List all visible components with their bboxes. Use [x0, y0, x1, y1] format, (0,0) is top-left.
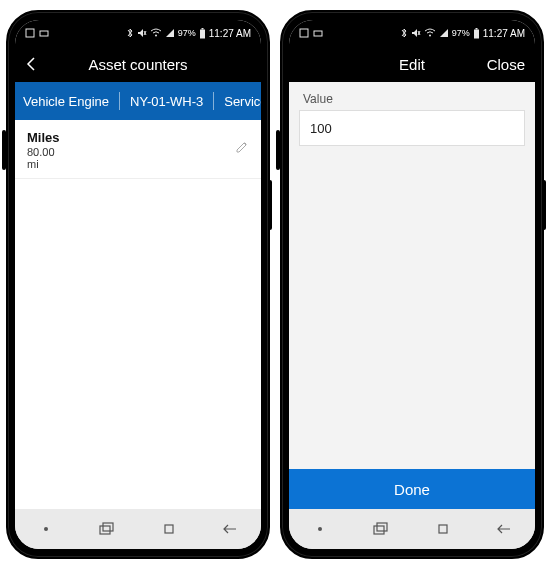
close-button[interactable]: Close: [487, 56, 525, 73]
form-area: Value 100: [289, 82, 535, 469]
nav-notif-dot: [318, 527, 322, 531]
mute-icon: [411, 28, 421, 38]
android-soft-nav: [289, 509, 535, 549]
svg-rect-17: [374, 526, 384, 534]
breadcrumb: Vehicle Engine NY-01-WH-3 Service: [15, 82, 261, 120]
bluetooth-icon: [126, 28, 134, 38]
counter-value: 80.00: [27, 146, 249, 158]
value-input-text: 100: [310, 121, 332, 136]
content-area: Miles 80.00 mi: [15, 120, 261, 509]
page-title: Asset counters: [15, 56, 261, 73]
notif-icon: [299, 28, 309, 38]
svg-rect-1: [40, 31, 48, 36]
battery-icon: [199, 28, 206, 39]
svg-rect-8: [103, 523, 113, 531]
battery-text: 97%: [178, 28, 196, 38]
crumb-asset-id[interactable]: NY-01-WH-3: [130, 94, 203, 109]
counter-unit: mi: [27, 158, 249, 170]
svg-point-14: [429, 35, 431, 37]
mute-icon: [137, 28, 147, 38]
nav-back-button[interactable]: [474, 522, 536, 536]
svg-rect-7: [100, 526, 110, 534]
android-status-bar: 97% 11:27 AM: [15, 20, 261, 46]
svg-point-4: [155, 35, 157, 37]
nav-home-button[interactable]: [138, 522, 200, 536]
title-bar: Edit Close: [289, 46, 535, 82]
signal-icon: [439, 28, 449, 38]
svg-rect-11: [314, 31, 322, 36]
bluetooth-icon: [400, 28, 408, 38]
crumb-sep: [119, 92, 120, 110]
battery-icon: [473, 28, 480, 39]
notif-icon: [25, 28, 35, 38]
notif-icon: [313, 28, 323, 38]
svg-rect-9: [165, 525, 173, 533]
counter-name: Miles: [27, 130, 249, 145]
wifi-icon: [150, 28, 162, 38]
clock-text: 11:27 AM: [483, 28, 525, 39]
svg-rect-6: [201, 28, 203, 30]
crumb-tail[interactable]: Service: [224, 94, 261, 109]
phone-frame: 97% 11:27 AM Asset counters Vehicle Engi…: [6, 10, 270, 559]
done-button[interactable]: Done: [289, 469, 535, 509]
android-soft-nav: [15, 509, 261, 549]
nav-recents-button[interactable]: [77, 522, 139, 536]
battery-text: 97%: [452, 28, 470, 38]
nav-notif-dot: [44, 527, 48, 531]
phone-frame: 97% 11:27 AM Edit Close Value 100: [280, 10, 544, 559]
done-button-label: Done: [394, 481, 430, 498]
svg-rect-5: [200, 29, 205, 38]
svg-rect-16: [475, 28, 477, 30]
signal-icon: [165, 28, 175, 38]
svg-rect-10: [300, 29, 308, 37]
nav-home-button[interactable]: [412, 522, 474, 536]
crumb-sep: [213, 92, 214, 110]
android-status-bar: 97% 11:27 AM: [289, 20, 535, 46]
title-bar: Asset counters: [15, 46, 261, 82]
value-field-label: Value: [289, 92, 535, 110]
wifi-icon: [424, 28, 436, 38]
svg-rect-0: [26, 29, 34, 37]
nav-recents-button[interactable]: [351, 522, 413, 536]
svg-rect-15: [474, 29, 479, 38]
crumb-asset-type[interactable]: Vehicle Engine: [23, 94, 109, 109]
notif-icon: [39, 28, 49, 38]
pencil-icon[interactable]: [235, 140, 249, 158]
value-input[interactable]: 100: [299, 110, 525, 146]
clock-text: 11:27 AM: [209, 28, 251, 39]
svg-rect-18: [377, 523, 387, 531]
back-button[interactable]: [25, 56, 45, 72]
svg-rect-19: [439, 525, 447, 533]
counter-row[interactable]: Miles 80.00 mi: [15, 120, 261, 179]
nav-back-button[interactable]: [200, 522, 262, 536]
